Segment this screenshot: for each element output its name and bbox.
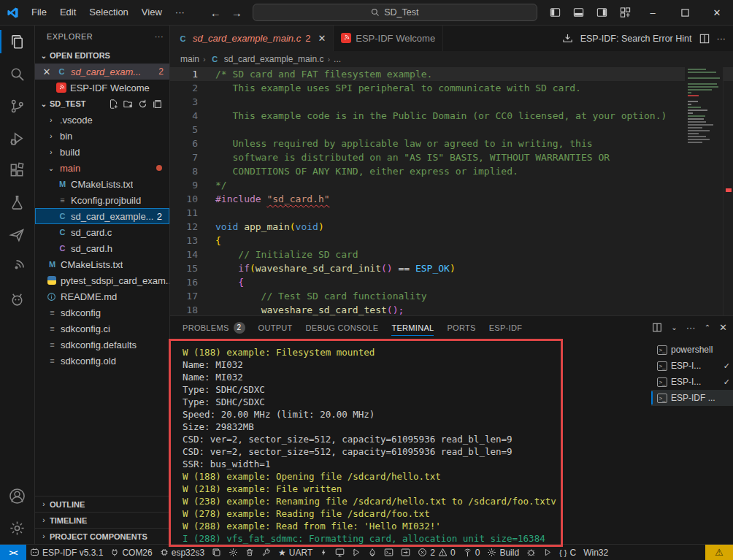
more-actions-icon[interactable]: ··· xyxy=(686,322,696,333)
section-timeline[interactable]: ›TIMELINE xyxy=(35,512,169,528)
menu-view[interactable]: View xyxy=(135,4,169,20)
explorer-more-icon[interactable]: ··· xyxy=(155,32,164,41)
statusbar-trash[interactable] xyxy=(242,545,258,560)
activity-testing-flask-icon[interactable] xyxy=(0,186,35,218)
breadcrumb[interactable]: main›Csd_card_example_main.c›... xyxy=(170,51,733,67)
statusbar-terminal-box[interactable] xyxy=(380,545,397,560)
tree-item-sdkconfig[interactable]: ≡ sdkconfig xyxy=(35,304,169,321)
statusbar-win32[interactable]: Win32 xyxy=(580,545,612,560)
tree-item-readme-md[interactable]: README.md xyxy=(35,288,169,304)
statusbar-monitor[interactable] xyxy=(331,545,348,560)
close-panel-icon[interactable]: ✕ xyxy=(719,322,727,333)
activity-files-icon[interactable] xyxy=(0,26,35,58)
menu-selection[interactable]: Selection xyxy=(82,4,134,20)
activity-espressif-icon[interactable] xyxy=(0,250,35,283)
breadcrumb-item[interactable]: sd_card_example_main.c xyxy=(224,54,324,64)
workspace-root-header[interactable]: ⌄ SD_TEST xyxy=(35,96,169,112)
chevron-down-icon[interactable]: ⌄ xyxy=(671,323,677,331)
tree-item-bin[interactable]: › bin xyxy=(35,128,169,144)
close-icon[interactable]: ✕ xyxy=(41,66,53,77)
statusbar-chip[interactable]: esp32s3 xyxy=(156,545,208,560)
breadcrumb-item[interactable]: ... xyxy=(334,54,341,64)
tree-item-sd-card-example-[interactable]: C sd_card_example... 2 xyxy=(35,208,169,224)
new-folder-icon[interactable] xyxy=(123,99,133,109)
toggle-sidebar-icon[interactable] xyxy=(543,2,567,23)
terminal-instance[interactable]: >_ ESP-I... ✓ xyxy=(651,358,733,374)
statusbar-esp-idf-logo[interactable]: ESP-IDF v5.3.1 xyxy=(26,545,107,560)
activity-idf-tools-icon[interactable] xyxy=(0,218,35,250)
esp-idf-search-error-hint-action[interactable]: ESP-IDF: Search Error Hint xyxy=(580,34,692,44)
statusbar-antenna[interactable]: 0 xyxy=(459,545,484,560)
install-tray-icon[interactable] xyxy=(562,33,573,44)
section-outline[interactable]: ›OUTLINE xyxy=(35,496,169,512)
panel-tab-debug-console[interactable]: DEBUG CONSOLE xyxy=(299,316,385,339)
statusbar-error-circle[interactable]: 2 0 xyxy=(414,545,458,560)
tree-item-main[interactable]: ⌄ main xyxy=(35,160,169,176)
statusbar-arrow-box[interactable] xyxy=(397,545,414,560)
new-file-icon[interactable] xyxy=(109,99,118,109)
collapse-all-icon[interactable] xyxy=(153,99,162,109)
tree-item-sd-card-c[interactable]: C sd_card.c xyxy=(35,224,169,240)
minimap[interactable] xyxy=(685,67,723,315)
activity-run-debug-icon[interactable] xyxy=(0,122,35,154)
section-project-components[interactable]: ›PROJECT COMPONENTS xyxy=(35,528,169,544)
customize-layout-icon[interactable] xyxy=(613,2,637,23)
maximize-panel-icon[interactable]: ⌃ xyxy=(705,323,710,331)
activity-bee-bot-icon[interactable] xyxy=(0,283,35,315)
statusbar-bug[interactable] xyxy=(523,545,540,560)
statusbar-braces[interactable]: { } C xyxy=(556,545,580,560)
statusbar-lightning[interactable] xyxy=(316,545,331,560)
statusbar-copy-folder[interactable] xyxy=(208,545,225,560)
terminal-output[interactable]: W (188) example: Filesystem mountedName:… xyxy=(170,339,651,544)
statusbar-plug[interactable]: COM26 xyxy=(107,545,156,560)
menu-file[interactable]: File xyxy=(25,4,53,20)
split-editor-icon[interactable] xyxy=(699,34,710,44)
statusbar-star[interactable]: ★ UART xyxy=(275,545,316,560)
tree-item-kconfig-projbuild[interactable]: ≡ Kconfig.projbuild xyxy=(35,192,169,208)
tree-item-cmakelists-txt[interactable]: M CMakeLists.txt xyxy=(35,176,169,192)
statusbar-flame[interactable] xyxy=(364,545,380,560)
editor-tab[interactable]: C sd_card_example_main.c 2 ✕ xyxy=(170,26,334,51)
menu-edit[interactable]: Edit xyxy=(53,4,82,20)
breadcrumb-item[interactable]: main xyxy=(180,54,199,64)
tree-item-cmakelists-txt[interactable]: M CMakeLists.txt xyxy=(35,256,169,272)
split-terminal-icon[interactable] xyxy=(652,323,662,332)
refresh-icon[interactable] xyxy=(138,99,147,109)
activity-settings-gear[interactable] xyxy=(0,512,35,544)
toggle-secondary-sidebar-icon[interactable] xyxy=(590,2,613,23)
tree-item-build[interactable]: › build xyxy=(35,144,169,160)
toggle-panel-icon[interactable] xyxy=(567,2,590,23)
open-editor-item[interactable]: ESP-IDF Welcome xyxy=(35,80,169,96)
panel-tab-terminal[interactable]: TERMINAL xyxy=(385,316,440,339)
tree-item-sdkconfig-ci[interactable]: ≡ sdkconfig.ci xyxy=(35,321,169,337)
maximize-button[interactable] xyxy=(669,0,701,25)
tree-item-pytest-sdspi-card-exam-[interactable]: pytest_sdspi_card_exam... xyxy=(35,272,169,288)
terminal-instance[interactable]: >_ powershell xyxy=(651,342,733,358)
warning-corner-badge[interactable]: ⚠ xyxy=(705,545,733,560)
statusbar-gear[interactable] xyxy=(225,545,242,560)
activity-extensions-icon[interactable] xyxy=(0,154,35,186)
more-actions-icon[interactable]: ··· xyxy=(717,34,726,44)
tree-item-sdkconfig-old[interactable]: ≡ sdkconfig.old xyxy=(35,353,169,369)
tree-item--vscode[interactable]: › .vscode xyxy=(35,112,169,128)
open-editors-header[interactable]: ⌄ OPEN EDITORS xyxy=(35,47,169,64)
statusbar-gear[interactable]: Build xyxy=(483,545,523,560)
menu-more[interactable]: ··· xyxy=(169,4,191,20)
open-editor-item[interactable]: ✕ C sd_card_exam... 2 xyxy=(35,64,169,80)
statusbar-play[interactable] xyxy=(540,545,556,560)
editor-tab[interactable]: ESP-IDF Welcome xyxy=(334,26,443,51)
panel-tab-output[interactable]: OUTPUT xyxy=(252,316,299,339)
nav-back-icon[interactable]: ← xyxy=(210,7,221,19)
terminal-instance[interactable]: >_ ESP-IDF ... xyxy=(651,390,733,406)
code-editor[interactable]: 1 /* SD card and FAT filesystem example.… xyxy=(170,67,733,315)
tree-item-sdkconfig-defaults[interactable]: ≡ sdkconfig.defaults xyxy=(35,337,169,353)
terminal-instance[interactable]: >_ ESP-I... ✓ xyxy=(651,374,733,390)
activity-account[interactable] xyxy=(0,480,35,512)
statusbar-debug-start[interactable] xyxy=(348,545,364,560)
statusbar-wrench[interactable] xyxy=(258,545,275,560)
close-window-button[interactable]: ✕ xyxy=(701,0,733,25)
close-icon[interactable]: ✕ xyxy=(318,33,326,44)
activity-source-control-icon[interactable] xyxy=(0,90,35,122)
activity-search-icon[interactable] xyxy=(0,58,35,90)
panel-tab-problems[interactable]: PROBLEMS 2 xyxy=(176,316,252,339)
